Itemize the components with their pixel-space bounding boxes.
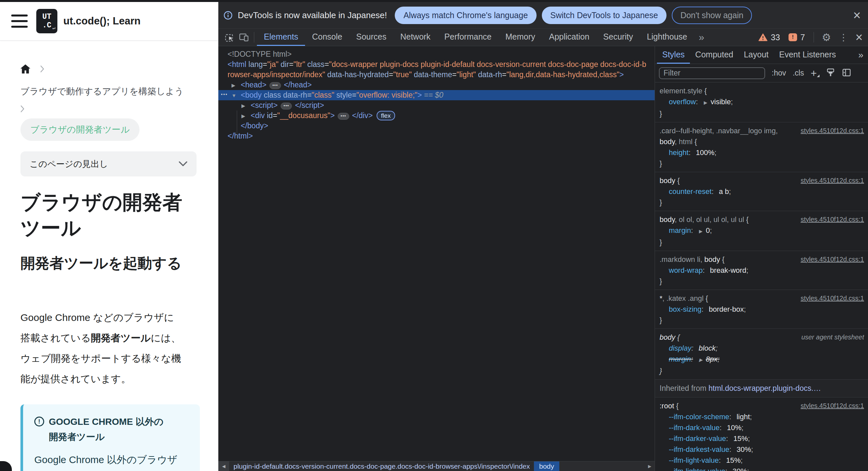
css-property[interactable]: word-wrap:break-word;: [659, 265, 864, 276]
page-toc-dropdown[interactable]: このページの見出し: [21, 151, 196, 177]
sidebar-tab-styles[interactable]: Styles: [657, 46, 690, 64]
tree-guide-line: [237, 111, 237, 138]
menu-button[interactable]: [11, 14, 28, 28]
dock-sidebar-icon[interactable]: [842, 68, 851, 78]
device-toolbar-icon[interactable]: [237, 29, 251, 46]
issues-counter[interactable]: ! 7: [786, 33, 808, 42]
site-title[interactable]: ut.code(); Learn: [63, 15, 141, 27]
crumb-scroll-left[interactable]: ◀: [218, 462, 229, 471]
devtools-tab-elements[interactable]: Elements: [257, 29, 305, 46]
css-selector-line[interactable]: element.style {: [659, 86, 864, 96]
css-selector-line[interactable]: user agent stylesheetbody {: [659, 332, 864, 343]
home-icon[interactable]: [21, 64, 30, 73]
css-property[interactable]: --ifm-lighter-value:30%;: [659, 466, 864, 471]
stylesheet-source-link[interactable]: styles.4510f12d.css:1: [801, 175, 864, 186]
css-property[interactable]: box-sizing:border-box;: [659, 304, 864, 315]
expand-shorthand-icon[interactable]: ▶: [699, 357, 703, 363]
site-logo[interactable]: UT .C ↵: [36, 9, 57, 33]
dom-tree-line[interactable]: ▶<head>•••</head>: [218, 80, 655, 90]
dom-tree-line[interactable]: ▶<div id="__docusaurus">•••</div>flex: [218, 111, 655, 121]
dom-tree-line[interactable]: ▶<script>•••</script>: [218, 100, 655, 111]
css-rule-close-brace: }: [659, 237, 864, 248]
expand-node-icon[interactable]: ▶: [231, 80, 236, 90]
settings-gear-icon[interactable]: ⚙: [820, 31, 833, 43]
crumb-selected-body[interactable]: body: [534, 462, 560, 471]
collapsed-children-ellipsis[interactable]: •••: [281, 102, 292, 109]
css-rule: styles.4510f12d.css:1.markdown li, body …: [655, 251, 868, 290]
css-rule-close-brace: }: [659, 276, 864, 287]
stylesheet-source-link[interactable]: styles.4510f12d.css:1: [801, 254, 864, 265]
node-menu-dots-icon[interactable]: •••: [221, 89, 228, 100]
expand-shorthand-icon[interactable]: ▶: [699, 228, 703, 234]
sidebar-tab-computed[interactable]: Computed: [690, 46, 738, 64]
stylesheet-source-link[interactable]: styles.4510f12d.css:1: [801, 214, 864, 225]
css-property[interactable]: margin:▶0;: [659, 225, 864, 237]
code-token-attr: data-rh: [478, 70, 502, 79]
css-selector-line[interactable]: styles.4510f12d.css:1.card--full-height,…: [659, 125, 864, 147]
css-property[interactable]: --ifm-dark-value:10%;: [659, 422, 864, 433]
css-property[interactable]: overflow:▶visible;: [659, 96, 864, 108]
devtools-tab-network[interactable]: Network: [394, 29, 438, 46]
expand-node-icon[interactable]: ▶: [241, 111, 245, 121]
crumb-path[interactable]: plugin-id-default.docs-version-current.d…: [229, 462, 534, 471]
devtools-tab-security[interactable]: Security: [596, 29, 640, 46]
css-selector-line[interactable]: styles.4510f12d.css:1:root {: [659, 400, 864, 411]
collapsed-children-ellipsis[interactable]: •••: [270, 82, 281, 89]
dom-tree-line[interactable]: </body>: [218, 121, 655, 131]
rendering-brush-icon[interactable]: [826, 68, 835, 78]
css-property[interactable]: counter-reset:a b;: [659, 186, 864, 197]
match-chrome-language-button[interactable]: Always match Chrome's language: [395, 7, 536, 24]
css-property[interactable]: display:block;: [659, 343, 864, 353]
selector-part: body: [659, 333, 677, 341]
devtools-tab-memory[interactable]: Memory: [498, 29, 542, 46]
code-token-val: "light": [457, 70, 476, 79]
css-selector-line[interactable]: styles.4510f12d.css:1*, .katex .angl {: [659, 293, 864, 304]
css-property[interactable]: --ifm-darker-value:15%;: [659, 433, 864, 444]
devtools-tab-sources[interactable]: Sources: [349, 29, 394, 46]
dom-tree-line[interactable]: <html lang="ja" dir="ltr" class="docs-wr…: [218, 59, 647, 80]
css-property[interactable]: --ifm-light-value:15%;: [659, 455, 864, 466]
stylesheet-source-link[interactable]: styles.4510f12d.css:1: [801, 293, 864, 304]
dom-tree-line[interactable]: •••▼<body class data-rh="class" style="o…: [218, 90, 655, 100]
devtools-tab-application[interactable]: Application: [542, 29, 596, 46]
pseudo-state-toggle[interactable]: :hov: [772, 69, 786, 77]
css-selector-line[interactable]: styles.4510f12d.css:1body, ol ol, ol ul,…: [659, 214, 864, 225]
styles-filter-input[interactable]: [659, 67, 765, 79]
dont-show-again-button[interactable]: Don't show again: [672, 7, 752, 24]
sidebar-tab-layout[interactable]: Layout: [738, 46, 774, 64]
devtools-tab-lighthouse[interactable]: Lighthouse: [640, 29, 694, 46]
expand-node-icon[interactable]: ▶: [241, 101, 245, 111]
stylesheet-source-link[interactable]: styles.4510f12d.css:1: [801, 125, 864, 136]
dom-tree-line[interactable]: <!DOCTYPE html>: [218, 49, 655, 59]
css-selector-line[interactable]: styles.4510f12d.css:1body {: [659, 175, 864, 186]
warnings-counter[interactable]: 33: [756, 33, 783, 42]
crumb-scroll-right[interactable]: ▶: [645, 462, 655, 471]
flex-badge[interactable]: flex: [377, 111, 395, 120]
stylesheet-source-link[interactable]: styles.4510f12d.css:1: [801, 400, 864, 411]
more-options-kebab-icon[interactable]: ⋮: [836, 32, 851, 43]
more-tabs-icon[interactable]: »: [694, 29, 709, 46]
breadcrumb-item-section[interactable]: ブラウザで動作するアプリを構築しよう: [21, 85, 184, 98]
css-property[interactable]: --ifm-color-scheme:light;: [659, 411, 864, 422]
code-token-tag: <div: [251, 111, 267, 120]
sidebar-more-tabs-icon[interactable]: »: [854, 46, 868, 64]
dom-tree-line[interactable]: </html>: [218, 131, 655, 141]
inherited-element-link[interactable]: html.docs-wrapper.plugin-docs.…: [708, 384, 821, 392]
devtools-close-icon[interactable]: ×: [856, 31, 863, 43]
new-style-rule-icon[interactable]: +: [811, 70, 819, 76]
expand-shorthand-icon[interactable]: ▶: [704, 100, 707, 105]
collapsed-children-ellipsis[interactable]: •••: [338, 113, 349, 120]
css-selector-line[interactable]: styles.4510f12d.css:1.markdown li, body …: [659, 254, 864, 265]
infobar-close-icon[interactable]: ×: [853, 8, 861, 22]
css-property[interactable]: margin:▶8px;: [659, 353, 864, 366]
collapse-node-icon[interactable]: ▼: [231, 90, 237, 101]
switch-devtools-japanese-button[interactable]: Switch DevTools to Japanese: [542, 7, 667, 24]
css-property[interactable]: --ifm-darkest-value:30%;: [659, 444, 864, 455]
inspect-element-icon[interactable]: [222, 29, 237, 46]
element-classes-toggle[interactable]: .cls: [793, 69, 804, 77]
sidebar-tab-event-listeners[interactable]: Event Listeners: [774, 46, 841, 64]
devtools-tab-performance[interactable]: Performance: [437, 29, 498, 46]
code-token-attr: id: [267, 111, 273, 120]
devtools-tab-console[interactable]: Console: [305, 29, 349, 46]
css-property[interactable]: height:100%;: [659, 147, 864, 158]
